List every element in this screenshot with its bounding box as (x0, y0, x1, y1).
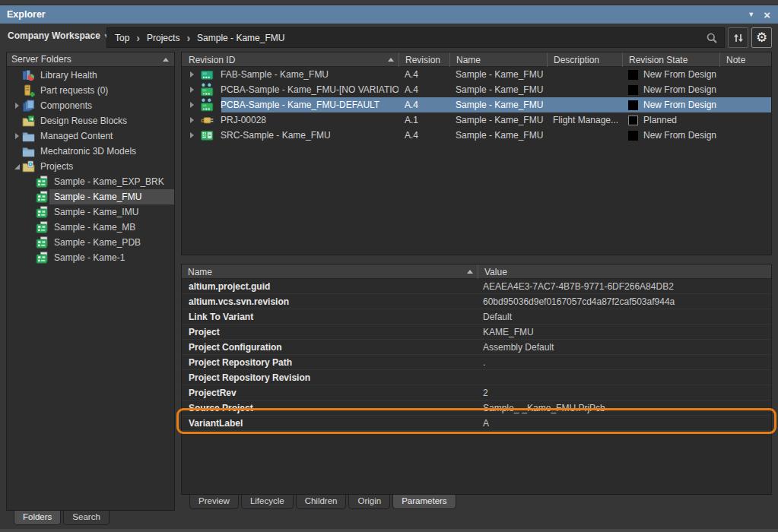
column-header-note[interactable]: Note (719, 52, 771, 67)
tab-preview[interactable]: Preview (189, 495, 239, 509)
window-bottom-edge (0, 529, 778, 532)
expand-arrow-icon[interactable] (190, 87, 194, 93)
param-row-variantlabel[interactable]: VariantLabel A (182, 416, 771, 431)
src-icon (200, 128, 214, 142)
project-icon (200, 113, 214, 127)
projects-folder-icon (22, 160, 35, 173)
breadcrumb-item-current[interactable]: Sample - Kame_FMU (197, 33, 284, 43)
tab-origin[interactable]: Origin (348, 495, 390, 509)
collapse-arrow-icon[interactable] (163, 58, 169, 62)
folder-icon (22, 145, 35, 158)
param-row-project-guid[interactable]: altium.project.guid AEAEA4E3-7AC7-4B7B-9… (182, 279, 771, 294)
part-requests-icon (22, 84, 35, 97)
tab-folders[interactable]: Folders (14, 511, 61, 525)
expand-arrow-icon[interactable] (190, 132, 194, 138)
panel-titlebar: Explorer ▼ × (0, 5, 778, 24)
close-icon[interactable]: × (764, 9, 770, 21)
tree-item-projects[interactable]: Projects (7, 159, 174, 174)
tree-item-part-requests[interactable]: Part requests (0) (7, 83, 174, 98)
state-color-swatch (628, 100, 638, 110)
tree-item-components[interactable]: Components (7, 98, 174, 113)
tab-parameters[interactable]: Parameters (392, 495, 456, 509)
pcb-project-icon (36, 176, 49, 188)
server-folders-header[interactable]: Server Folders (7, 52, 174, 67)
explorer-panel: Explorer ▼ × Company Workspace ▾ Top › P… (0, 0, 778, 532)
toolbar: Company Workspace ▾ Top › Projects › Sam… (0, 24, 778, 51)
panel-menu-caret-icon[interactable]: ▼ (748, 11, 754, 18)
tree-item-sample-kame-fmu[interactable]: Sample - Kame_FMU (7, 189, 174, 204)
breadcrumb-separator-icon: › (186, 33, 190, 43)
breadcrumb-item-top[interactable]: Top (115, 33, 129, 43)
column-header-description[interactable]: Description (547, 52, 622, 67)
param-row-repository-path[interactable]: Project Repository Path . (182, 355, 771, 370)
tab-lifecycle[interactable]: Lifecycle (241, 495, 294, 509)
sync-button[interactable] (728, 27, 748, 48)
revisions-table-header: Revision ID Revision Name Description Re… (182, 52, 771, 67)
table-row-pcba-no-variations[interactable]: PCBA-Sample - Kame_FMU-[NO VARIATIONS] A… (182, 82, 771, 97)
param-row-source-project[interactable]: Source Project Sample_-_Kame_FMU.PrjPcb (182, 401, 771, 416)
search-icon[interactable] (706, 32, 718, 44)
window-top-strip (0, 0, 778, 5)
expand-arrow-icon[interactable] (190, 117, 194, 123)
expand-arrow-icon[interactable] (190, 102, 194, 108)
expand-arrow-icon[interactable] (15, 103, 19, 109)
tree-item-library-health[interactable]: Library Health (7, 68, 174, 83)
tree-item-sample-kame-pdb[interactable]: Sample - Kame_PDB (7, 235, 174, 250)
tree-item-sample-kame-exp-brk[interactable]: Sample - Kame_EXP_BRK (7, 174, 174, 189)
pcb-project-icon (36, 252, 49, 264)
tab-children[interactable]: Children (296, 495, 347, 509)
column-header-name[interactable]: Name (182, 264, 478, 279)
param-row-svn-revision[interactable]: altium.vcs.svn.revision 60bd95036d9ef016… (182, 294, 771, 309)
tree-item-design-reuse-blocks[interactable]: Design Reuse Blocks (7, 113, 174, 128)
column-header-revision-id[interactable]: Revision ID (182, 52, 399, 67)
revisions-table: Revision ID Revision Name Description Re… (181, 52, 772, 255)
state-color-swatch (628, 116, 638, 125)
fab-icon (200, 68, 214, 81)
sort-ascending-icon (388, 58, 394, 62)
tree-item-sample-kame-imu[interactable]: Sample - Kame_IMU (7, 204, 174, 220)
pcb-project-icon (36, 221, 49, 234)
parameters-table: Name Value altium.project.guid AEAEA4E3-… (181, 264, 772, 495)
tree-item-sample-kame-mb[interactable]: Sample - Kame_MB (7, 220, 174, 235)
gear-icon: ⚙ (756, 31, 767, 44)
param-row-project[interactable]: Project KAME_FMU (182, 325, 771, 340)
sync-icon (732, 32, 745, 44)
workspace-dropdown[interactable]: Company Workspace ▾ (8, 30, 108, 41)
column-header-value[interactable]: Value (478, 264, 771, 279)
workspace-label: Company Workspace (8, 30, 100, 41)
library-health-icon (22, 69, 35, 82)
table-row-prj-00028[interactable]: PRJ-00028 A.1 Sample - Kame_FMU Flight M… (182, 112, 771, 128)
table-row-pcba-default[interactable]: PCBA-Sample - Kame_FMU-DEFAULT A.4 Sampl… (182, 97, 771, 112)
expand-arrow-icon[interactable] (15, 133, 19, 139)
server-folders-title: Server Folders (11, 54, 71, 65)
breadcrumb: Top › Projects › Sample - Kame_FMU (106, 27, 725, 48)
tree-item-managed-content[interactable]: Managed Content (7, 128, 174, 144)
panel-title: Explorer (7, 9, 46, 20)
expand-arrow-icon[interactable] (190, 71, 194, 78)
tab-search[interactable]: Search (63, 511, 109, 525)
components-icon (22, 100, 35, 112)
state-color-swatch (628, 131, 638, 141)
tree-item-mechatronic-3d-models[interactable]: Mechatronic 3D Models (7, 144, 174, 159)
sort-ascending-icon (467, 270, 473, 274)
param-row-link-to-variant[interactable]: Link To Variant Default (182, 309, 771, 325)
table-row-fab[interactable]: FAB-Sample - Kame_FMU A.4 Sample - Kame_… (182, 67, 771, 82)
tree-item-sample-kame-1[interactable]: Sample - Kame-1 (7, 250, 174, 265)
table-row-src[interactable]: SRC-Sample - Kame_FMU A.4 Sample - Kame_… (182, 128, 771, 143)
param-row-projectrev[interactable]: ProjectRev 2 (182, 385, 771, 401)
pcb-project-icon (36, 191, 49, 204)
design-reuse-icon (22, 115, 35, 128)
pcba-icon (200, 83, 214, 97)
param-row-repository-revision[interactable]: Project Repository Revision (182, 370, 771, 385)
state-color-swatch (628, 85, 638, 95)
settings-button[interactable]: ⚙ (751, 27, 772, 48)
column-header-name[interactable]: Name (449, 52, 547, 67)
column-header-revision-state[interactable]: Revision State (622, 52, 719, 67)
column-header-revision[interactable]: Revision (399, 52, 449, 67)
folder-icon (22, 130, 35, 143)
breadcrumb-item-projects[interactable]: Projects (147, 33, 179, 43)
pcba-icon (200, 98, 214, 112)
parameters-table-header: Name Value (182, 264, 771, 279)
param-row-project-configuration[interactable]: Project Configuration Assembly Default (182, 340, 771, 355)
collapse-arrow-icon[interactable] (14, 164, 20, 169)
